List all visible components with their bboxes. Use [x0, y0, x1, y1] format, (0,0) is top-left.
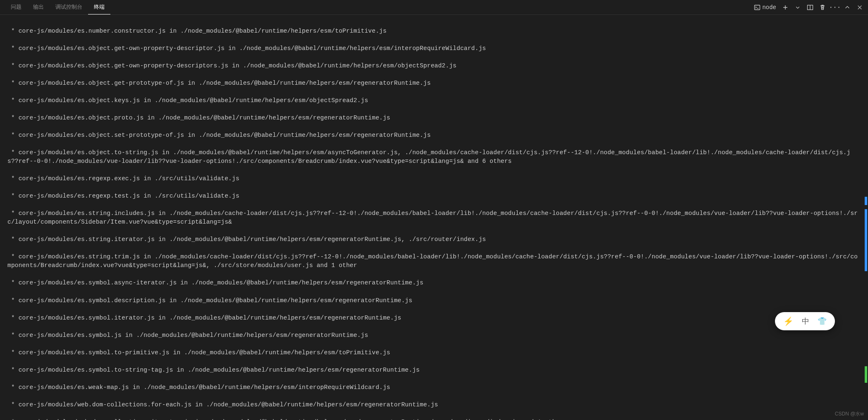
scroll-marker: [865, 366, 867, 383]
output-line: * core-js/modules/es.regexp.exec.js in .…: [7, 174, 861, 183]
ime-language-indicator[interactable]: 中: [802, 316, 809, 326]
output-line: * core-js/modules/web.dom-collections.fo…: [7, 401, 861, 409]
output-line: * core-js/modules/es.string.trim.js in .…: [7, 253, 861, 270]
tab-problems[interactable]: 问题: [5, 0, 27, 14]
output-line: * core-js/modules/es.weak-map.js in ./no…: [7, 383, 861, 392]
output-line: * core-js/modules/es.object.keys.js in .…: [7, 96, 861, 105]
output-line: * core-js/modules/web.dom-collections.it…: [7, 418, 861, 420]
output-line: * core-js/modules/es.symbol.to-primitive…: [7, 348, 861, 357]
output-line: * core-js/modules/es.number.constructor.…: [7, 27, 861, 36]
output-line: * core-js/modules/es.symbol.async-iterat…: [7, 279, 861, 287]
terminal-profile-label: node: [762, 4, 776, 11]
output-line: * core-js/modules/es.symbol.js in ./node…: [7, 331, 861, 340]
output-line: * core-js/modules/es.string.iterator.js …: [7, 235, 861, 244]
watermark: CSDN @水w: [835, 410, 864, 418]
ime-tshirt-icon[interactable]: 👕: [818, 317, 827, 326]
output-line: * core-js/modules/es.object.to-string.js…: [7, 148, 861, 166]
output-line: * core-js/modules/es.object.get-prototyp…: [7, 79, 861, 88]
output-line: * core-js/modules/es.object.get-own-prop…: [7, 62, 861, 70]
chevron-down-icon[interactable]: [794, 4, 801, 11]
terminal-icon: [754, 4, 760, 11]
tab-debug-console[interactable]: 调试控制台: [50, 0, 88, 14]
output-line: * core-js/modules/es.object.set-prototyp…: [7, 131, 861, 140]
terminal-profile-selector[interactable]: node: [754, 4, 776, 11]
close-icon[interactable]: [856, 4, 863, 11]
tab-terminal[interactable]: 终端: [88, 0, 110, 14]
output-line: * core-js/modules/es.string.includes.js …: [7, 209, 861, 227]
scroll-marker: [865, 197, 867, 205]
tab-output[interactable]: 输出: [27, 0, 50, 14]
chevron-up-icon[interactable]: [844, 4, 851, 11]
panel-toolbar: node ···: [754, 4, 863, 11]
scroll-marker: [865, 209, 867, 271]
output-line: * core-js/modules/es.symbol.description.…: [7, 296, 861, 305]
panel-tabs: 问题 输出 调试控制台 终端: [5, 0, 110, 14]
panel-header: 问题 输出 调试控制台 终端 node ···: [0, 0, 868, 15]
terminal-output[interactable]: * core-js/modules/es.number.constructor.…: [0, 15, 868, 420]
output-line: * core-js/modules/es.symbol.to-string-ta…: [7, 366, 861, 375]
terminal-scrollbar[interactable]: [864, 15, 868, 420]
new-terminal-icon[interactable]: [782, 4, 789, 11]
split-terminal-icon[interactable]: [807, 4, 813, 11]
output-line: * core-js/modules/es.regexp.test.js in .…: [7, 192, 861, 200]
trash-icon[interactable]: [819, 4, 826, 11]
output-line: * core-js/modules/es.object.proto.js in …: [7, 114, 861, 122]
output-line: * core-js/modules/es.symbol.iterator.js …: [7, 314, 861, 322]
ime-toolbar[interactable]: ⚡ 中 👕: [775, 312, 835, 330]
ime-lightning-icon[interactable]: ⚡: [783, 316, 794, 326]
svg-rect-0: [755, 5, 760, 10]
output-line: * core-js/modules/es.object.get-own-prop…: [7, 44, 861, 53]
more-icon[interactable]: ···: [832, 4, 838, 11]
